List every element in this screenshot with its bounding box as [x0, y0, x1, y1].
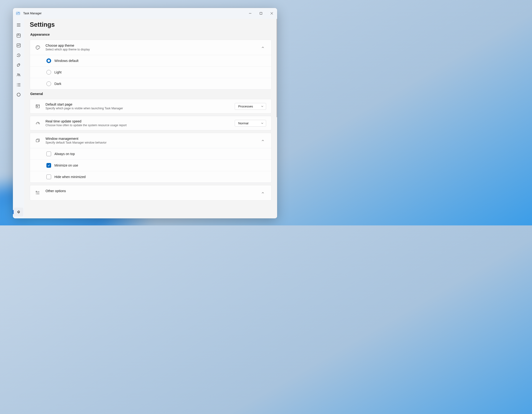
checkbox-label: Minimize on use	[54, 164, 78, 167]
checkbox-icon	[47, 174, 51, 179]
checkbox-icon	[47, 152, 51, 156]
nav-app-history[interactable]	[14, 51, 23, 60]
svg-point-22	[37, 47, 37, 47]
svg-rect-8	[17, 34, 20, 37]
window-mgmt-card: Window management Specify default Task M…	[30, 133, 272, 183]
svg-point-21	[18, 212, 19, 213]
section-appearance-heading: Appearance	[30, 33, 272, 36]
other-options-header[interactable]: Other options	[30, 185, 271, 200]
page-icon	[35, 104, 40, 109]
svg-point-12	[19, 64, 19, 65]
svg-point-24	[38, 47, 39, 47]
window-mgmt-header[interactable]: Window management Specify default Task M…	[30, 133, 271, 148]
update-speed-card: Real time update speed Choose how often …	[30, 116, 272, 130]
start-page-dropdown[interactable]: Processes	[235, 103, 266, 110]
window-mgmt-title: Window management	[46, 137, 254, 141]
task-manager-window: Task Manager	[13, 8, 277, 218]
svg-rect-27	[37, 105, 37, 105]
svg-point-15	[17, 83, 17, 84]
app-icon	[16, 11, 20, 15]
chevron-down-icon	[261, 105, 264, 108]
section-general-heading: General	[30, 92, 272, 96]
chevron-up-icon	[260, 191, 266, 194]
update-speed-title: Real time update speed	[46, 119, 229, 123]
radio-icon	[47, 81, 51, 86]
update-speed-dropdown[interactable]: Normal	[235, 120, 266, 127]
checkbox-label: Hide when minimized	[54, 175, 86, 179]
nav-performance[interactable]	[14, 41, 23, 50]
checkbox-label: Always on top	[54, 152, 75, 156]
theme-card: Choose app theme Select which app theme …	[30, 40, 272, 90]
nav-processes[interactable]	[14, 31, 23, 40]
theme-option-windows-default[interactable]: Windows default	[30, 55, 271, 66]
start-page-title: Default start page	[46, 103, 229, 106]
list-settings-icon	[35, 190, 40, 195]
svg-line-30	[38, 123, 39, 124]
svg-rect-2	[260, 12, 262, 15]
other-options-subtitle	[46, 193, 254, 197]
chevron-up-icon	[260, 46, 266, 49]
titlebar[interactable]: Task Manager	[13, 8, 277, 19]
radio-icon	[47, 58, 51, 63]
theme-option-light[interactable]: Light	[30, 66, 271, 78]
theme-title: Choose app theme	[46, 44, 254, 47]
radio-label: Windows default	[54, 59, 78, 63]
update-speed-row: Real time update speed Choose how often …	[30, 116, 271, 130]
palette-icon	[35, 45, 40, 50]
start-page-row: Default start page Specify which page is…	[30, 99, 271, 113]
svg-rect-34	[36, 140, 39, 142]
other-options-card: Other options	[30, 185, 272, 201]
close-button[interactable]	[266, 8, 277, 19]
nav-startup-apps[interactable]	[14, 60, 23, 69]
window-mgmt-subtitle: Specify default Task Manager window beha…	[46, 141, 254, 144]
svg-rect-35	[36, 191, 37, 192]
window-title: Task Manager	[23, 12, 42, 15]
chevron-up-icon	[260, 139, 266, 142]
radio-label: Light	[54, 70, 61, 74]
theme-subtitle: Select which app theme to display	[46, 48, 254, 51]
maximize-button[interactable]	[256, 8, 266, 19]
windows-icon	[35, 138, 40, 143]
option-always-on-top[interactable]: Always on top	[30, 148, 271, 160]
page-title: Settings	[30, 21, 272, 28]
scrollbar-thumb[interactable]	[276, 19, 277, 117]
checkbox-icon	[47, 163, 51, 168]
option-hide-when-minimized[interactable]: Hide when minimized	[30, 171, 271, 183]
nav-users[interactable]	[14, 70, 23, 79]
nav-services[interactable]	[14, 90, 23, 99]
radio-label: Dark	[54, 82, 61, 86]
settings-content: Settings Appearance Choose app theme Sel…	[24, 19, 277, 218]
radio-icon	[47, 70, 51, 75]
svg-point-14	[19, 74, 20, 75]
svg-point-13	[17, 74, 19, 75]
dropdown-value: Processes	[238, 105, 253, 108]
gauge-icon	[35, 121, 40, 126]
nav-settings[interactable]	[14, 208, 23, 216]
update-speed-subtitle: Choose how often to update the system re…	[46, 124, 229, 127]
svg-point-23	[37, 46, 38, 47]
chevron-down-icon	[261, 122, 264, 125]
svg-point-17	[17, 85, 17, 85]
nav-sidebar	[13, 19, 24, 218]
theme-option-dark[interactable]: Dark	[30, 78, 271, 89]
nav-details[interactable]	[14, 80, 23, 89]
option-minimize-on-use[interactable]: Minimize on use	[30, 160, 271, 171]
svg-point-19	[17, 86, 17, 86]
theme-header[interactable]: Choose app theme Select which app theme …	[30, 40, 271, 55]
svg-point-38	[36, 193, 36, 193]
svg-point-40	[36, 194, 36, 194]
other-options-title: Other options	[46, 189, 254, 193]
hamburger-button[interactable]	[14, 20, 23, 29]
dropdown-value: Normal	[238, 122, 248, 125]
start-page-card: Default start page Specify which page is…	[30, 99, 272, 114]
start-page-subtitle: Specify which page is visible when launc…	[46, 107, 229, 110]
minimize-button[interactable]	[245, 8, 256, 19]
